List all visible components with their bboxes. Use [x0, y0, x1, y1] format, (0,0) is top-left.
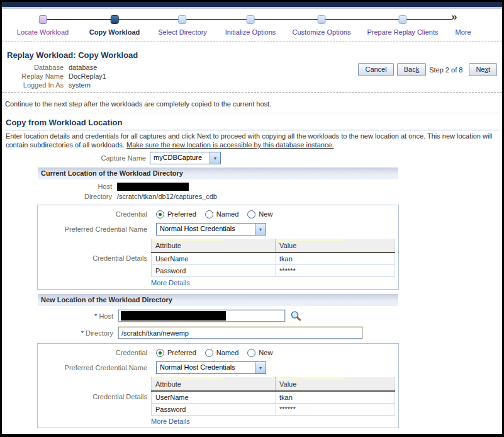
cancel-button[interactable]: Cancel: [358, 63, 393, 76]
credential-radio-group: Preferred Named New: [156, 349, 281, 357]
preferred-credential-selected-value: Normal Host Credentials: [157, 362, 255, 373]
radio-new[interactable]: [247, 210, 255, 219]
radio-named-label[interactable]: Named: [216, 210, 238, 218]
attribute-cell: UserName: [152, 253, 276, 265]
credential-label: Credential: [38, 349, 151, 356]
current-directory-row: Directory /scratch/tkan/db12/captures_cd…: [2, 192, 502, 201]
directory-value: /scratch/tkan/db12/captures_cdb: [117, 193, 217, 200]
dropdown-arrow-icon: ▼: [210, 152, 220, 164]
wizard-action-bar: Cancel Back Step 2 of 8 Next: [355, 63, 497, 76]
required-marker: *: [94, 312, 97, 320]
credential-row: Credential Preferred Named New: [38, 209, 398, 219]
credential-box-current: Credential Preferred Named New Preferred…: [37, 205, 399, 290]
notice-text: Continue to the next step after the work…: [2, 93, 502, 113]
required-marker: *: [81, 329, 84, 337]
value-column-header: Value: [276, 239, 395, 253]
train-step-label: Initialize Options: [225, 28, 276, 36]
table-header-row: Attribute Value: [152, 377, 395, 391]
dropdown-arrow-icon: ▼: [255, 362, 266, 373]
table-row-username: UserName tkan: [152, 391, 395, 404]
credential-row: Credential Preferred Named New: [38, 348, 398, 358]
preferred-credential-select[interactable]: Normal Host Credentials ▼: [156, 361, 266, 374]
back-button[interactable]: Back: [397, 63, 426, 76]
radio-preferred-label[interactable]: Preferred: [167, 349, 196, 356]
next-button[interactable]: Next: [469, 63, 497, 76]
credential-details-table: Attribute Value UserName tkan Password *…: [151, 377, 395, 416]
train-step-label: Copy Workload: [89, 28, 140, 36]
credential-radio-group: Preferred Named New: [156, 210, 281, 219]
new-host-row: *Host: [2, 309, 502, 322]
section-header: Copy from Workload Location: [2, 113, 502, 130]
info-label: Replay Name: [7, 72, 69, 81]
train-step-initialize-options[interactable]: Initialize Options: [225, 15, 276, 36]
capture-name-selected-value: myCDBCapture: [150, 152, 210, 164]
train-step-customize-options[interactable]: Customize Options: [293, 15, 351, 36]
new-directory-input[interactable]: [118, 327, 362, 339]
window-frame: » Locate Workload Copy Workload Select D…: [0, 0, 504, 437]
top-navy-bar: [2, 2, 502, 7]
radio-new-label[interactable]: New: [259, 210, 272, 218]
attribute-column-header: Attribute: [152, 239, 276, 253]
train-step-prepare-replay-clients[interactable]: Prepare Replay Clients: [367, 15, 438, 36]
back-button-label: Bac: [404, 65, 416, 73]
train-step-marker-icon: [247, 15, 255, 24]
train-step-marker-icon: [318, 15, 326, 24]
preferred-credential-selected-value: Normal Host Credentials: [157, 224, 255, 235]
radio-new[interactable]: [247, 349, 255, 357]
new-host-input[interactable]: [118, 310, 285, 322]
attribute-cell: Password: [152, 265, 276, 277]
section-heading: Copy from Workload Location: [6, 118, 502, 127]
train-step-marker-icon: [110, 15, 118, 24]
dropdown-arrow-icon: ▼: [255, 224, 266, 235]
attribute-cell: UserName: [152, 391, 276, 404]
credential-label: Credential: [38, 210, 151, 218]
new-directory-row: *Directory: [2, 326, 502, 339]
radio-preferred[interactable]: [156, 210, 164, 219]
credential-details-label: Credential Details: [38, 393, 151, 400]
current-host-row: Host: [2, 182, 502, 191]
search-icon[interactable]: [290, 310, 302, 322]
radio-named-label[interactable]: Named: [216, 349, 238, 356]
attribute-column-header: Attribute: [152, 377, 276, 391]
more-details-link[interactable]: More Details: [151, 279, 190, 287]
next-button-label-end: t: [488, 65, 490, 73]
next-button-label: Ne: [476, 65, 484, 73]
radio-named[interactable]: [205, 349, 213, 357]
train-step-label: Locate Workload: [17, 28, 69, 36]
credential-box-new: Credential Preferred Named New Preferred…: [37, 343, 399, 428]
train-step-select-directory[interactable]: Select Directory: [158, 15, 207, 36]
redacted-host-value: [117, 183, 189, 191]
preferred-credential-row: Preferred Credential Name Normal Host Cr…: [38, 223, 398, 236]
host-label: Host: [2, 183, 117, 190]
train-step-label: Prepare Replay Clients: [367, 28, 438, 36]
credential-details-label: Credential Details: [38, 254, 151, 262]
section-description-emphasis: Make sure the new location is accessible…: [126, 141, 334, 149]
radio-preferred[interactable]: [156, 349, 164, 357]
info-value: DocReplay1: [69, 72, 106, 81]
train-step-marker-icon: [178, 15, 186, 24]
train-step-more[interactable]: More: [455, 15, 471, 36]
value-cell: ******: [276, 265, 395, 277]
section-description: Enter location details and credentials f…: [2, 130, 502, 150]
current-location-header: Current Location of the Workload Directo…: [38, 167, 398, 179]
directory-label: Directory: [2, 193, 117, 200]
value-cell: tkan: [276, 391, 395, 404]
value-cell: tkan: [276, 253, 395, 265]
radio-preferred-label[interactable]: Preferred: [167, 210, 196, 218]
more-details-link[interactable]: More Details: [151, 417, 190, 425]
value-column-header: Value: [276, 377, 395, 391]
new-location-header: New Location of the Workload Directory: [38, 294, 398, 306]
preferred-credential-select[interactable]: Normal Host Credentials ▼: [156, 223, 266, 236]
new-host-label: *Host: [2, 312, 118, 320]
radio-new-label[interactable]: New: [259, 349, 272, 356]
capture-name-select[interactable]: myCDBCapture ▼: [150, 152, 221, 164]
page-title: Replay Workload: Copy Workload: [7, 50, 497, 60]
train-step-copy-workload[interactable]: Copy Workload: [89, 15, 140, 36]
info-value: database: [69, 63, 97, 72]
new-directory-label-text: Directory: [86, 329, 113, 337]
radio-named[interactable]: [205, 210, 213, 219]
table-row-username: UserName tkan: [152, 253, 395, 265]
train-step-locate-workload[interactable]: Locate Workload: [17, 15, 69, 36]
table-row-password: Password ******: [152, 404, 395, 416]
train-step-marker-icon: [399, 15, 407, 24]
